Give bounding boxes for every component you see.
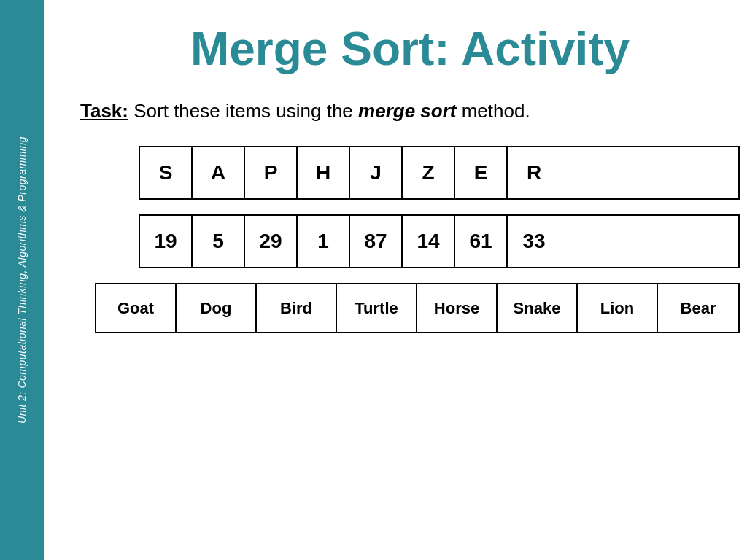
sidebar-label: Unit 2: Computational Thinking, Algorith…	[16, 136, 28, 424]
letter-cell: H	[298, 147, 350, 198]
number-cell: 33	[508, 216, 560, 267]
task-suffix: method.	[456, 100, 530, 122]
task-intro: Sort these items using the	[128, 100, 358, 122]
main-content: Merge Sort: Activity Task: Sort these it…	[44, 0, 747, 560]
number-cell: 61	[455, 216, 508, 267]
animal-cell: Bird	[257, 284, 337, 332]
number-cell: 5	[193, 216, 245, 267]
number-cell: 87	[350, 216, 403, 267]
task-description: Task: Sort these items using the merge s…	[80, 98, 740, 124]
letter-cell: R	[508, 147, 560, 198]
animal-array: GoatDogBirdTurtleHorseSnakeLionBear	[95, 283, 740, 333]
number-cell: 19	[140, 216, 193, 267]
number-array: 19529187146133	[139, 214, 740, 268]
animal-cell: Horse	[417, 284, 498, 332]
arrays-section: SAPHJZER 19529187146133	[80, 146, 740, 268]
letter-cell: Z	[403, 147, 455, 198]
letter-cell: E	[455, 147, 508, 198]
task-label: Task:	[80, 100, 128, 122]
page-title: Merge Sort: Activity	[80, 22, 740, 76]
letter-cell: S	[140, 147, 193, 198]
letter-cell: A	[193, 147, 245, 198]
letter-cell: J	[350, 147, 403, 198]
number-cell: 1	[298, 216, 350, 267]
animal-cell: Snake	[498, 284, 578, 332]
animal-cell: Lion	[578, 284, 658, 332]
animal-cell: Turtle	[337, 284, 417, 332]
letter-array: SAPHJZER	[139, 146, 740, 200]
animal-cell: Bear	[658, 284, 738, 332]
animals-section: GoatDogBirdTurtleHorseSnakeLionBear	[80, 283, 740, 333]
letter-cell: P	[245, 147, 298, 198]
number-cell: 29	[245, 216, 298, 267]
number-cell: 14	[403, 216, 455, 267]
animal-cell: Dog	[177, 284, 257, 332]
sidebar: Unit 2: Computational Thinking, Algorith…	[0, 0, 44, 560]
animal-cell: Goat	[96, 284, 177, 332]
task-method: merge sort	[358, 100, 456, 122]
